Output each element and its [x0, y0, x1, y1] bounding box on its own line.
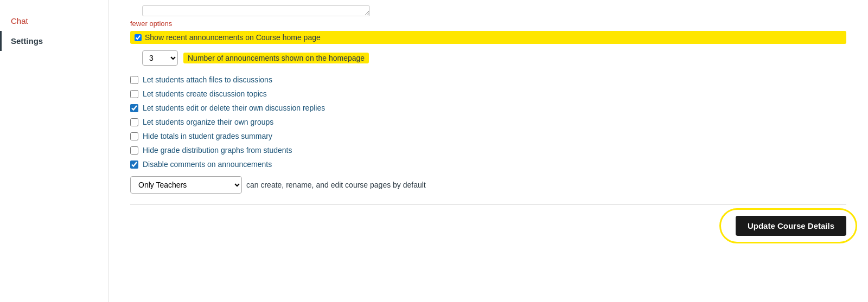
disable-comments-checkbox[interactable] — [130, 160, 138, 169]
pages-permission-select[interactable]: Only Teachers Teachers and Students Anyo… — [130, 176, 242, 194]
checkbox-row-hide-grade-dist: Hide grade distribution graphs from stud… — [130, 146, 846, 155]
create-topics-label[interactable]: Let students create discussion topics — [143, 89, 267, 98]
fewer-options-link[interactable]: fewer options — [130, 20, 846, 28]
sidebar-item-chat[interactable]: Chat — [0, 11, 108, 31]
announce-row: Show recent announcements on Course home… — [130, 31, 846, 44]
show-announcements-checkbox[interactable] — [135, 34, 142, 41]
number-row: 1 2 3 4 5 Number of announcements shown … — [142, 50, 846, 66]
checkbox-list: Let students attach files to discussions… — [130, 75, 846, 169]
announcements-number-label: Number of announcements shown on the hom… — [183, 53, 369, 63]
announcements-number-select[interactable]: 1 2 3 4 5 — [142, 50, 178, 66]
pages-row: Only Teachers Teachers and Students Anyo… — [130, 176, 846, 194]
hide-grade-dist-label[interactable]: Hide grade distribution graphs from stud… — [143, 146, 292, 155]
edit-replies-checkbox[interactable] — [130, 104, 138, 112]
checkbox-row-edit-replies: Let students edit or delete their own di… — [130, 104, 846, 112]
update-course-details-button[interactable]: Update Course Details — [736, 216, 846, 236]
hide-grade-dist-checkbox[interactable] — [130, 146, 138, 155]
checkbox-row-own-groups: Let students organize their own groups — [130, 118, 846, 126]
sidebar: Chat Settings — [0, 0, 108, 302]
sidebar-item-settings[interactable]: Settings — [0, 31, 108, 51]
main-content: fewer options Show recent announcements … — [108, 0, 868, 302]
show-announcements-label[interactable]: Show recent announcements on Course home… — [145, 33, 321, 42]
edit-replies-label[interactable]: Let students edit or delete their own di… — [143, 104, 325, 112]
attach-files-label[interactable]: Let students attach files to discussions — [143, 75, 272, 84]
chat-label: Chat — [11, 16, 28, 25]
page-layout: Chat Settings fewer options Show recent … — [0, 0, 868, 302]
checkbox-row-create-topics: Let students create discussion topics — [130, 89, 846, 98]
disable-comments-label[interactable]: Disable comments on announcements — [143, 160, 272, 169]
own-groups-label[interactable]: Let students organize their own groups — [143, 118, 273, 126]
top-textarea[interactable] — [142, 5, 370, 16]
create-topics-checkbox[interactable] — [130, 90, 138, 98]
hide-totals-label[interactable]: Hide totals in student grades summary — [143, 132, 272, 140]
hide-totals-checkbox[interactable] — [130, 132, 138, 140]
attach-files-checkbox[interactable] — [130, 76, 138, 84]
checkbox-row-attach-files: Let students attach files to discussions — [130, 75, 846, 84]
settings-label: Settings — [11, 36, 43, 46]
footer-bar: Update Course Details — [130, 204, 846, 236]
update-btn-wrapper: Update Course Details — [736, 216, 846, 236]
own-groups-checkbox[interactable] — [130, 118, 138, 126]
checkbox-row-hide-totals: Hide totals in student grades summary — [130, 132, 846, 140]
pages-suffix-label: can create, rename, and edit course page… — [246, 181, 426, 189]
checkbox-row-disable-comments: Disable comments on announcements — [130, 160, 846, 169]
